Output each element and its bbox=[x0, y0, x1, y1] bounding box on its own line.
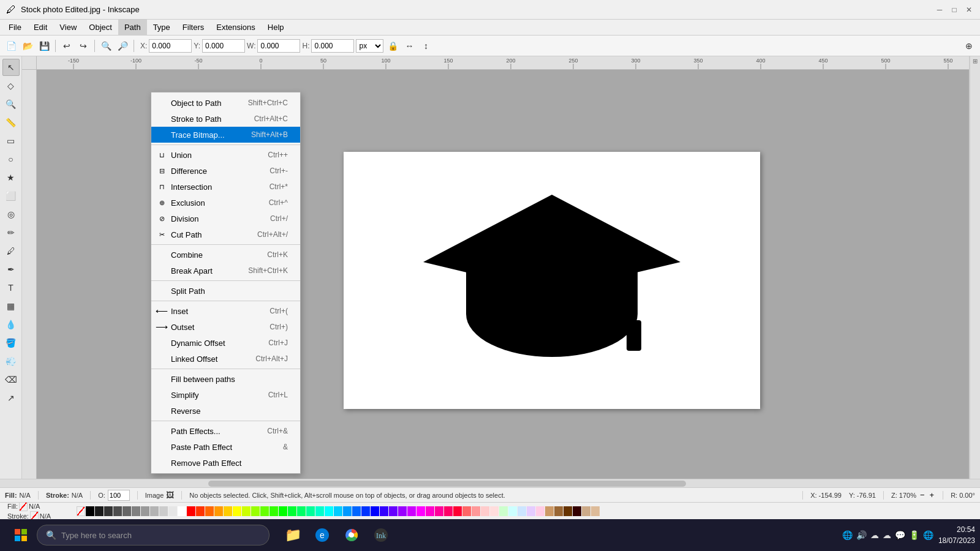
tray-icon-2[interactable]: 🔊 bbox=[856, 530, 867, 540]
text-tool[interactable]: T bbox=[2, 279, 20, 296]
3d-box-tool[interactable]: ⬜ bbox=[2, 187, 20, 204]
select-tool[interactable]: ↖ bbox=[2, 59, 20, 76]
color-swatch-46[interactable] bbox=[508, 506, 517, 516]
menu-fill-between[interactable]: Fill between paths bbox=[151, 371, 300, 387]
open-button[interactable]: 📂 bbox=[20, 39, 35, 53]
y-input[interactable] bbox=[202, 39, 245, 53]
color-swatch-48[interactable] bbox=[527, 506, 535, 516]
system-clock[interactable]: 20:54 18/07/2023 bbox=[938, 524, 975, 546]
unit-select[interactable]: px mm cm in bbox=[356, 39, 383, 53]
menu-cut-path[interactable]: ✂ Cut Path Ctrl+Alt+/ bbox=[151, 227, 300, 242]
zoom-out-button[interactable]: 🔎 bbox=[115, 39, 130, 53]
tray-icon-4[interactable]: ☁ bbox=[883, 530, 891, 540]
maximize-button[interactable]: □ bbox=[949, 5, 959, 15]
menu-file[interactable]: File bbox=[2, 20, 28, 35]
taskbar-app-edge[interactable]: e bbox=[309, 522, 336, 549]
menu-dynamic-offset[interactable]: Dynamic Offset Ctrl+J bbox=[151, 335, 300, 351]
star-tool[interactable]: ★ bbox=[2, 169, 20, 186]
flip-h-button[interactable]: ↔ bbox=[402, 39, 417, 53]
stroke-indicator[interactable] bbox=[30, 511, 39, 520]
lock-aspect-button[interactable]: 🔒 bbox=[385, 39, 400, 53]
menu-stroke-to-path[interactable]: Stroke to Path Ctrl+Alt+C bbox=[151, 111, 300, 127]
color-swatch-26[interactable] bbox=[325, 506, 333, 516]
tray-icon-1[interactable]: 🌐 bbox=[842, 530, 853, 540]
color-swatch-54[interactable] bbox=[582, 506, 590, 516]
color-swatch-27[interactable] bbox=[334, 506, 342, 516]
menu-break-apart[interactable]: Break Apart Shift+Ctrl+K bbox=[151, 263, 300, 279]
h-input[interactable] bbox=[311, 39, 354, 53]
menu-help[interactable]: Help bbox=[262, 20, 290, 35]
menu-outset[interactable]: ⟶ Outset Ctrl+) bbox=[151, 319, 300, 335]
scrollbar-thumb[interactable] bbox=[208, 481, 686, 487]
transparent-swatch[interactable] bbox=[77, 506, 85, 516]
w-input[interactable] bbox=[257, 39, 300, 53]
zoom-in-button[interactable]: 🔍 bbox=[99, 39, 113, 53]
color-swatch-25[interactable] bbox=[315, 506, 324, 516]
menu-inset[interactable]: ⟵ Inset Ctrl+( bbox=[151, 303, 300, 319]
color-swatch-49[interactable] bbox=[536, 506, 545, 516]
save-button[interactable]: 💾 bbox=[37, 39, 51, 53]
color-swatch-1[interactable] bbox=[95, 506, 104, 516]
calligraphy-tool[interactable]: ✒ bbox=[2, 261, 20, 278]
menu-union[interactable]: ⊔ Union Ctrl++ bbox=[151, 147, 300, 163]
menu-trace-bitmap[interactable]: Trace Bitmap... Shift+Alt+B bbox=[151, 127, 300, 143]
color-swatch-15[interactable] bbox=[224, 506, 232, 516]
menu-object[interactable]: Object bbox=[83, 20, 118, 35]
color-swatch-13[interactable] bbox=[205, 506, 214, 516]
search-bar[interactable]: 🔍 Type here to search bbox=[37, 525, 270, 545]
color-swatch-21[interactable] bbox=[279, 506, 287, 516]
color-swatch-4[interactable] bbox=[123, 506, 131, 516]
color-swatch-6[interactable] bbox=[141, 506, 149, 516]
color-swatch-10[interactable] bbox=[178, 506, 186, 516]
color-swatch-7[interactable] bbox=[150, 506, 159, 516]
horizontal-scrollbar[interactable] bbox=[0, 479, 980, 487]
menu-path[interactable]: Path bbox=[118, 20, 147, 35]
color-swatch-22[interactable] bbox=[288, 506, 296, 516]
zoom-tool[interactable]: 🔍 bbox=[2, 96, 20, 113]
color-swatch-23[interactable] bbox=[297, 506, 306, 516]
menu-intersection[interactable]: ⊓ Intersection Ctrl+* bbox=[151, 179, 300, 195]
node-tool[interactable]: ◇ bbox=[2, 77, 20, 94]
color-swatch-52[interactable] bbox=[564, 506, 572, 516]
tray-icon-6[interactable]: 🔋 bbox=[909, 530, 919, 540]
undo-button[interactable]: ↩ bbox=[59, 39, 74, 53]
color-swatch-0[interactable] bbox=[86, 506, 94, 516]
new-button[interactable]: 📄 bbox=[4, 39, 18, 53]
color-swatch-28[interactable] bbox=[343, 506, 352, 516]
color-swatch-41[interactable] bbox=[462, 506, 471, 516]
menu-extensions[interactable]: Extensions bbox=[210, 20, 262, 35]
color-swatch-5[interactable] bbox=[132, 506, 140, 516]
color-swatch-3[interactable] bbox=[113, 506, 122, 516]
menu-paste-path-effect[interactable]: Paste Path Effect & bbox=[151, 439, 300, 455]
menu-object-to-path[interactable]: Object to Path Shift+Ctrl+C bbox=[151, 95, 300, 111]
close-button[interactable]: ✕ bbox=[964, 5, 974, 15]
canvas-area[interactable]: -150-100-5005010015020025030035040045050… bbox=[22, 56, 969, 479]
opacity-input[interactable] bbox=[108, 490, 130, 501]
menu-path-effects[interactable]: Path Effects... Ctrl+& bbox=[151, 423, 300, 439]
measure-tool[interactable]: 📏 bbox=[2, 114, 20, 131]
spiral-tool[interactable]: ◎ bbox=[2, 206, 20, 223]
paint-bucket-tool[interactable]: 🪣 bbox=[2, 334, 20, 351]
color-swatch-40[interactable] bbox=[453, 506, 462, 516]
snap-button[interactable]: ⊕ bbox=[962, 39, 976, 53]
color-swatch-14[interactable] bbox=[214, 506, 223, 516]
taskbar-app-inkscape[interactable]: Ink bbox=[368, 522, 394, 549]
color-swatch-2[interactable] bbox=[104, 506, 113, 516]
pencil-tool[interactable]: ✏ bbox=[2, 224, 20, 241]
menu-simplify[interactable]: Simplify Ctrl+L bbox=[151, 387, 300, 403]
color-swatch-34[interactable] bbox=[398, 506, 407, 516]
color-swatch-37[interactable] bbox=[426, 506, 434, 516]
minimize-button[interactable]: ─ bbox=[935, 5, 944, 15]
color-swatch-47[interactable] bbox=[518, 506, 526, 516]
menu-remove-path-effect[interactable]: Remove Path Effect bbox=[151, 455, 300, 471]
color-swatch-38[interactable] bbox=[435, 506, 443, 516]
zoom-out-status-btn[interactable]: − bbox=[919, 490, 926, 500]
tray-icon-3[interactable]: ☁ bbox=[870, 530, 879, 540]
gradient-tool[interactable]: ▦ bbox=[2, 298, 20, 315]
menu-exclusion[interactable]: ⊕ Exclusion Ctrl+^ bbox=[151, 195, 300, 211]
color-swatch-11[interactable] bbox=[187, 506, 195, 516]
menu-split-path[interactable]: Split Path bbox=[151, 283, 300, 299]
eyedropper-tool[interactable]: 💧 bbox=[2, 316, 20, 333]
color-swatch-18[interactable] bbox=[251, 506, 260, 516]
color-swatch-39[interactable] bbox=[444, 506, 453, 516]
